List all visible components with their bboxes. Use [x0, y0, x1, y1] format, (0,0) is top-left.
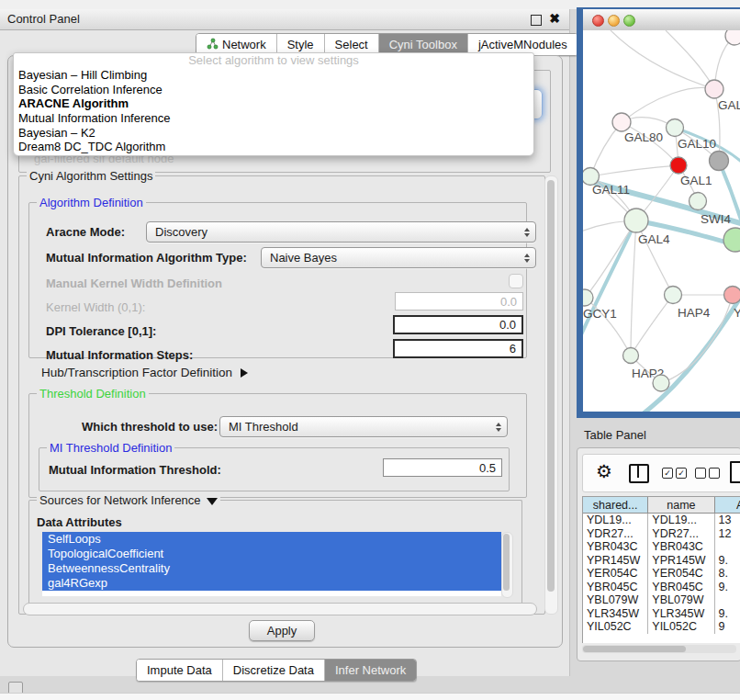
table-cell: YDR27...	[648, 527, 714, 541]
network-node-gal10[interactable]	[667, 119, 684, 137]
table-row[interactable]: YDL19...YDL19...13	[583, 514, 740, 527]
network-node[interactable]	[725, 30, 740, 45]
dropdown-item-aracne-algorithm[interactable]: ARACNE Algorithm	[14, 96, 533, 111]
network-node-gal4[interactable]	[624, 209, 648, 232]
table-row[interactable]: YLR345WYLR345W9.	[583, 607, 740, 621]
column-header-name[interactable]: name	[648, 497, 714, 514]
select-all-checks-icon[interactable]: ✓✓	[662, 468, 687, 479]
node-label-hap4: HAP4	[678, 306, 711, 320]
dropdown-item-bayesian-hill-climbing[interactable]: Bayesian – Hill Climbing	[14, 68, 533, 83]
network-node-y[interactable]	[724, 287, 740, 304]
sources-title[interactable]: Sources for Network Inference	[37, 493, 220, 507]
table-cell: 9.	[715, 554, 740, 568]
dpi-tolerance-field[interactable]: 0.0	[393, 315, 523, 334]
tab-label: Select	[335, 38, 368, 51]
cyni-algorithm-settings-group: Cyni Algorithm Settings Algorithm Defini…	[18, 175, 545, 615]
network-node[interactable]	[723, 228, 740, 252]
table-cell: 9.	[715, 607, 740, 621]
node-label-gal80: GAL80	[624, 130, 663, 144]
table-cell: 9.	[715, 581, 740, 594]
column-header-shared-[interactable]: shared...	[583, 497, 648, 514]
network-edge	[622, 88, 714, 123]
table-cell: 9	[715, 620, 740, 634]
list-scrollbar[interactable]	[501, 532, 513, 598]
attribute-item-topologicalcoefficient[interactable]: TopologicalCoefficient	[42, 547, 501, 561]
document-icon[interactable]	[730, 461, 740, 483]
table-row[interactable]: YBR043CYBR043C	[583, 540, 740, 554]
network-node-gal80[interactable]	[612, 113, 631, 131]
table-cell: YLR345W	[583, 607, 648, 621]
dropdown-item-basic-correlation-inference[interactable]: Basic Correlation Inference	[14, 83, 533, 97]
combo-arrows-icon	[496, 423, 501, 432]
mi-threshold-field[interactable]: 0.5	[383, 458, 502, 477]
data-attributes-list[interactable]: SelfLoopsTopologicalCoefficientBetweenne…	[42, 532, 501, 596]
which-threshold-combo[interactable]: MI Threshold	[219, 416, 508, 437]
close-traffic-icon[interactable]	[592, 15, 604, 27]
settings-vertical-scrollbar[interactable]	[544, 175, 558, 615]
network-view-window[interactable]: GALGAL80GAL10GAL1GAL11SWI4GAL4GCY1HAP4YH…	[577, 7, 740, 418]
combo-arrows-icon	[524, 228, 530, 237]
minimize-traffic-icon[interactable]	[608, 15, 620, 27]
which-threshold-value: MI Threshold	[229, 420, 298, 434]
manual-kernel-checkbox[interactable]	[509, 274, 523, 288]
tab-label: Discretize Data	[233, 663, 314, 677]
bottom-strip	[0, 693, 740, 700]
column-header-a[interactable]: A	[715, 497, 740, 514]
network-node-hap2[interactable]	[623, 348, 639, 364]
kernel-width-field[interactable]: 0.0	[395, 292, 523, 310]
network-node-hap4[interactable]	[665, 287, 682, 304]
hub-definition-label: Hub/Transcription Factor Definition	[41, 366, 232, 379]
columns-icon[interactable]	[629, 464, 649, 483]
node-label-gal: GAL	[718, 98, 740, 112]
tab-infer-network[interactable]: Infer Network	[325, 660, 416, 681]
mi-threshold-group: MI Threshold Definition Mutual Informati…	[39, 447, 510, 491]
table-cell: YDL19...	[583, 514, 648, 527]
table-row[interactable]: YER054CYER054C8.	[583, 567, 740, 581]
settings-horizontal-scrollbar[interactable]	[23, 603, 537, 615]
node-label-gcy1: GCY1	[583, 307, 617, 321]
data-attributes-label: Data Attributes	[37, 515, 122, 529]
table-row[interactable]: YBR045CYBR045C9.	[583, 581, 740, 594]
kernel-width-label: Kernel Width (0,1):	[46, 300, 145, 314]
node-label-gal10: GAL10	[678, 137, 716, 151]
tab-label: Cyni Toolbox	[389, 38, 457, 51]
mi-threshold-label: Mutual Information Threshold:	[49, 463, 221, 477]
tab-label: jActiveMNodules	[478, 38, 567, 51]
network-node-gal1[interactable]	[670, 157, 687, 174]
network-node[interactable]	[710, 152, 729, 171]
network-canvas[interactable]: GALGAL80GAL10GAL1GAL11SWI4GAL4GCY1HAP4YH…	[583, 30, 740, 412]
table-row[interactable]: YDR27...YDR27...12	[583, 527, 740, 541]
dropdown-item-dream8-dc-tdc-algorithm[interactable]: Dream8 DC_TDC Algorithm	[14, 140, 533, 154]
gear-icon[interactable]: ⚙	[596, 460, 612, 482]
dropdown-prompt: Select algorithm to view settings	[14, 53, 533, 68]
attribute-item-selfloops[interactable]: SelfLoops	[42, 532, 501, 547]
tab-impute-data[interactable]: Impute Data	[137, 660, 223, 681]
table-cell: YPR145W	[583, 554, 648, 568]
hub-definition-expander[interactable]: Hub/Transcription Factor Definition	[41, 366, 248, 379]
dropdown-item-bayesian-k2[interactable]: Bayesian – K2	[14, 126, 533, 141]
screen: Control Panel ✖ NetworkStyleSelectCyni T…	[0, 0, 740, 700]
network-node-swi4[interactable]	[690, 193, 707, 210]
network-node-gal[interactable]	[705, 80, 723, 98]
apply-button[interactable]: Apply	[249, 620, 315, 641]
dropdown-item-mutual-information-inference[interactable]: Mutual Information Inference	[14, 111, 533, 126]
table-row[interactable]: YIL052CYIL052C9	[583, 620, 740, 634]
network-node[interactable]	[653, 375, 669, 391]
table-row[interactable]: YPR145WYPR145W9.	[583, 554, 740, 568]
mi-type-combo[interactable]: Naive Bayes	[261, 247, 536, 268]
network-window-titlebar[interactable]	[583, 9, 740, 31]
table-horizontal-scrollbar[interactable]	[582, 645, 736, 653]
zoom-traffic-icon[interactable]	[623, 15, 635, 27]
table-cell	[715, 540, 740, 554]
attribute-item-gal4rgexp[interactable]: gal4RGexp	[42, 576, 501, 591]
table-cell: YER054C	[648, 567, 714, 581]
table-cell: YBR045C	[648, 581, 714, 594]
mi-steps-field[interactable]: 6	[393, 339, 523, 358]
attribute-item-betweennesscentrality[interactable]: BetweennessCentrality	[42, 561, 501, 576]
deselect-all-checks-icon[interactable]	[695, 468, 720, 479]
float-window-icon[interactable]	[531, 15, 542, 26]
aracne-mode-combo[interactable]: Discovery	[146, 221, 536, 243]
close-icon[interactable]: ✖	[549, 11, 560, 26]
tab-discretize-data[interactable]: Discretize Data	[223, 660, 325, 681]
table-row[interactable]: YBL079WYBL079W	[583, 593, 740, 607]
